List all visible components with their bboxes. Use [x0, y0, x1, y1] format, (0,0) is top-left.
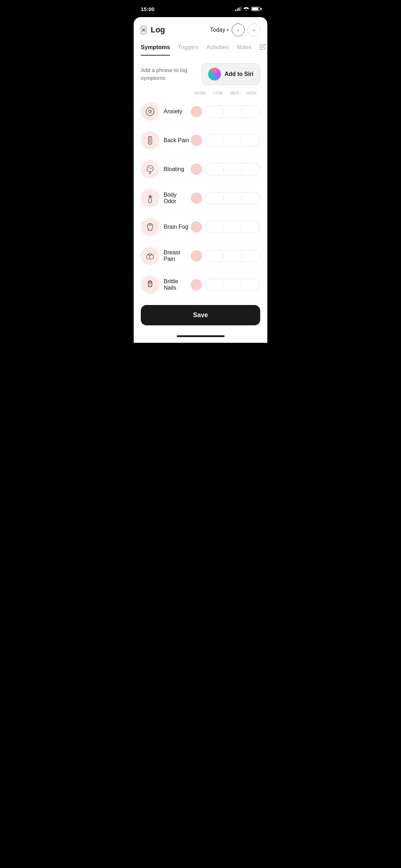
- brain-fog-icon: [141, 218, 159, 236]
- svg-point-7: [147, 166, 153, 172]
- breast-pain-controls: [191, 250, 260, 262]
- brittle-nails-icon: [141, 275, 159, 294]
- status-bar: 15:00: [134, 0, 267, 16]
- tab-activities[interactable]: Activities: [206, 44, 229, 56]
- symptom-row-brittle-nails: Brittle Nails: [141, 270, 260, 299]
- brittle-nails-level-track[interactable]: [205, 279, 260, 291]
- next-date-button[interactable]: ›: [247, 24, 260, 36]
- body-odor-icon: [141, 189, 159, 207]
- symptom-row-back-pain: Back Pain: [141, 126, 260, 155]
- siri-prompt: Add a phrase to log symptoms.: [141, 66, 201, 82]
- severity-high: HIGH: [246, 91, 257, 95]
- tabs-row: Symptoms Triggers Activities Notes: [141, 43, 260, 56]
- symptom-row-bloating: Bloating: [141, 155, 260, 184]
- breast-pain-icon: [141, 247, 159, 265]
- home-indicator: [134, 332, 267, 343]
- scroll-content: Add a phrase to log symptoms. Add to Sir…: [134, 56, 267, 332]
- page-title: Log: [151, 25, 165, 35]
- home-bar: [177, 335, 225, 337]
- breast-pain-level-track[interactable]: [205, 250, 260, 262]
- siri-button-label: Add to Siri: [225, 71, 253, 77]
- breast-pain-label: Breast Pain: [164, 249, 191, 262]
- severity-med: MED: [230, 91, 239, 95]
- close-button[interactable]: ×: [141, 26, 146, 34]
- severity-headers: NONE LOW MED HIGH: [141, 91, 260, 97]
- back-pain-label: Back Pain: [164, 137, 191, 144]
- brittle-nails-controls: [191, 279, 260, 291]
- tab-triggers[interactable]: Triggers: [178, 44, 199, 56]
- severity-none: NONE: [194, 91, 206, 95]
- bloating-level-track[interactable]: [205, 163, 260, 175]
- siri-section: Add a phrase to log symptoms. Add to Sir…: [134, 56, 267, 299]
- symptom-row-body-odor: Body Odor: [141, 184, 260, 213]
- save-button[interactable]: Save: [141, 305, 260, 325]
- add-to-siri-button[interactable]: Add to Siri: [201, 63, 260, 85]
- siri-orb-icon: [208, 68, 221, 81]
- brittle-nails-none-btn[interactable]: [191, 279, 202, 290]
- chevron-down-icon: ▾: [227, 27, 229, 32]
- bloating-label: Bloating: [164, 166, 191, 172]
- battery-icon: [251, 7, 260, 11]
- anxiety-none-btn[interactable]: [191, 106, 202, 117]
- body-odor-label: Body Odor: [164, 192, 191, 205]
- back-pain-controls: [191, 134, 260, 146]
- app-header: × Log Today ▾ ‹ › Symptoms Triggers Acti…: [134, 17, 267, 56]
- header-right: Today ▾ ‹ ›: [210, 24, 260, 36]
- back-pain-level-track[interactable]: [205, 134, 260, 146]
- anxiety-icon: [141, 102, 159, 121]
- brain-fog-level-track[interactable]: [205, 221, 260, 233]
- tab-notes[interactable]: Notes: [237, 44, 252, 56]
- breast-pain-none-btn[interactable]: [191, 250, 202, 262]
- symptom-row-brain-fog: Brain Fog: [141, 213, 260, 242]
- date-selector[interactable]: Today ▾: [210, 27, 229, 33]
- app-card: × Log Today ▾ ‹ › Symptoms Triggers Acti…: [134, 17, 267, 343]
- brain-fog-none-btn[interactable]: [191, 221, 202, 233]
- anxiety-controls: [191, 105, 260, 118]
- bloating-none-btn[interactable]: [191, 164, 202, 175]
- severity-low: LOW: [214, 91, 223, 95]
- back-pain-icon: [141, 131, 159, 150]
- anxiety-label: Anxiety: [164, 108, 191, 115]
- brain-fog-controls: [191, 221, 260, 233]
- brittle-nails-label: Brittle Nails: [164, 278, 191, 291]
- body-odor-controls: [191, 192, 260, 204]
- status-time: 15:00: [141, 6, 154, 12]
- anxiety-level-track[interactable]: [205, 105, 260, 118]
- signal-icon: [235, 7, 241, 11]
- phone-frame: 15:00 × Log: [134, 0, 267, 343]
- date-label: Today: [210, 27, 225, 33]
- prev-date-button[interactable]: ‹: [232, 24, 245, 36]
- edit-icon[interactable]: [259, 43, 266, 56]
- tab-symptoms[interactable]: Symptoms: [141, 44, 170, 56]
- body-odor-level-track[interactable]: [205, 192, 260, 204]
- status-icons: [235, 6, 260, 12]
- symptom-row-anxiety: Anxiety: [141, 97, 260, 126]
- bloating-controls: [191, 163, 260, 175]
- body-odor-none-btn[interactable]: [191, 192, 202, 204]
- brain-fog-label: Brain Fog: [164, 224, 191, 230]
- save-area: Save: [134, 299, 267, 332]
- bloating-icon: [141, 160, 159, 179]
- back-pain-none-btn[interactable]: [191, 135, 202, 146]
- symptom-row-breast-pain: Breast Pain: [141, 242, 260, 270]
- svg-point-0: [146, 108, 154, 115]
- wifi-icon: [243, 6, 249, 12]
